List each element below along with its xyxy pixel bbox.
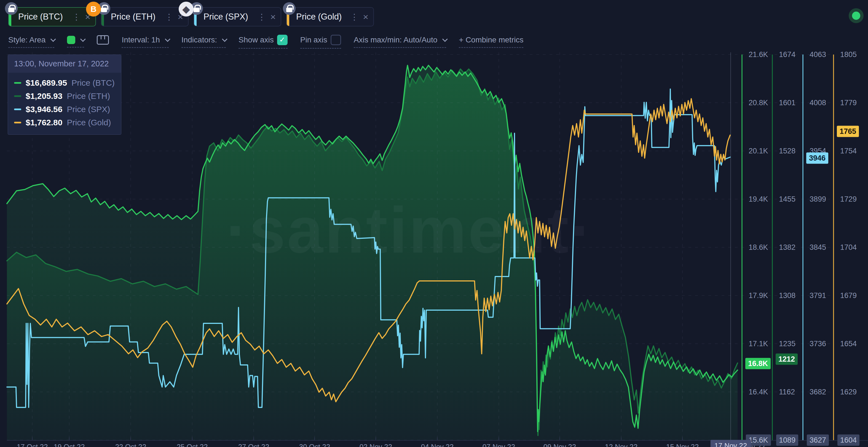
- tab-menu-icon[interactable]: ⋮: [347, 12, 361, 22]
- price-chart-plot[interactable]: [0, 0, 868, 447]
- tooltip-row-btc: $16,689.95 Price (BTC): [14, 78, 115, 88]
- axis-tick-gold: 1779: [840, 99, 857, 107]
- tab-menu-icon[interactable]: ⋮: [69, 12, 83, 22]
- series-color-picker[interactable]: [67, 36, 84, 48]
- tab-price-btc[interactable]: Price (BTC) ⋮ × B: [8, 7, 96, 27]
- x-axis-date: 17 Oct 22: [17, 443, 48, 447]
- axis-tick-eth: 1455: [779, 195, 796, 204]
- pin-axis-toggle[interactable]: Pin axis: [300, 35, 341, 49]
- axis-tick-spx: 3899: [810, 195, 826, 204]
- chevron-down-icon: [165, 36, 170, 42]
- metric-tab-bar: Price (BTC) ⋮ × B Price (ETH) ⋮ × ◆ Pric…: [8, 7, 374, 27]
- tooltip-row-spx: $3,946.56 Price (SPX): [14, 105, 115, 114]
- tab-label: Price (Gold): [296, 12, 342, 22]
- style-dropdown[interactable]: Style: Area: [8, 36, 54, 48]
- ethereum-icon: ◆: [179, 2, 193, 16]
- tooltip-row-eth: $1,205.93 Price (ETH): [14, 92, 115, 101]
- tooltip-body: $16,689.95 Price (BTC) $1,205.93 Price (…: [8, 73, 121, 134]
- tooltip-value: $16,689.95: [26, 78, 67, 88]
- combine-metrics-label: + Combine metrics: [459, 36, 523, 44]
- interval-dropdown[interactable]: Interval: 1h: [122, 36, 169, 48]
- combine-metrics-button[interactable]: + Combine metrics: [459, 36, 523, 48]
- tooltip-timestamp: 13:00, November 17, 2022: [8, 55, 121, 73]
- x-axis-date: 27 Oct 22: [238, 443, 269, 447]
- axis-tick-chip-gold: 1604: [837, 435, 860, 446]
- chevron-down-icon: [222, 36, 227, 42]
- axis-tick-btc: 21.6K: [749, 50, 768, 59]
- show-axis-toggle[interactable]: Show axis ✓: [239, 35, 287, 49]
- tab-menu-icon[interactable]: ⋮: [162, 12, 176, 22]
- tab-menu-icon[interactable]: ⋮: [255, 12, 269, 22]
- status-dot: [852, 11, 860, 20]
- x-axis-date: 15 Nov 22: [666, 443, 699, 447]
- chevron-down-icon: [442, 36, 448, 42]
- axis-tick-spx: 3682: [810, 388, 826, 396]
- tooltip-label: Price (BTC): [71, 78, 115, 88]
- crosshair-tooltip: 13:00, November 17, 2022 $16,689.95 Pric…: [8, 55, 121, 135]
- measure-tool-button[interactable]: [97, 35, 109, 48]
- x-axis-date: 02 Nov 22: [360, 443, 392, 447]
- axis-tick-eth: 1162: [779, 388, 795, 396]
- axis-tick-gold: 1729: [840, 195, 857, 204]
- axis-tick-btc: 17.9K: [749, 291, 768, 300]
- tab-close-icon[interactable]: ×: [269, 11, 281, 22]
- tooltip-row-gold: $1,762.80 Price (Gold): [14, 118, 115, 127]
- tooltip-value: $1,205.93: [26, 92, 62, 101]
- bitcoin-icon: B: [86, 2, 101, 16]
- last-value-badge: 1765: [837, 126, 859, 137]
- axis-tick-spx: 4008: [810, 99, 826, 107]
- axis-tick-spx: 3791: [810, 291, 826, 300]
- axis-tick-eth: 1235: [779, 340, 796, 348]
- santiment-chart-app: Price (BTC) ⋮ × B Price (ETH) ⋮ × ◆ Pric…: [0, 0, 868, 447]
- crosshair-date-chip: 17 Nov 22: [711, 440, 751, 447]
- tab-label: Price (SPX): [204, 12, 248, 22]
- last-value-badge: 16.8K: [745, 358, 771, 369]
- axis-tick-btc: 17.1K: [749, 340, 768, 348]
- x-axis-date: 25 Oct 22: [177, 443, 208, 447]
- color-swatch: [67, 36, 75, 44]
- series-dash-btc: [14, 82, 21, 84]
- ruler-icon: [97, 35, 109, 45]
- last-value-badge: 1212: [776, 354, 798, 365]
- axis-tick-eth: 1308: [779, 291, 796, 300]
- axis-tick-gold: 1704: [840, 243, 857, 252]
- axis-tick-eth: 1382: [779, 243, 796, 252]
- x-axis-date: 12 Nov 22: [605, 443, 638, 447]
- tab-price-spx[interactable]: Price (SPX) ⋮ ×: [193, 7, 281, 27]
- axis-tick-eth: 1528: [779, 147, 796, 155]
- chart-toolbar: Style: Area Interval: 1h Indicators: Sho…: [8, 34, 523, 49]
- tab-price-eth[interactable]: Price (ETH) ⋮ × ◆: [101, 7, 189, 27]
- axis-tick-eth: 1601: [779, 99, 796, 107]
- tooltip-value: $3,946.56: [26, 105, 62, 114]
- axis-tick-spx: 3736: [810, 340, 826, 348]
- pin-axis-label: Pin axis: [300, 36, 327, 44]
- axis-tick-gold: 1754: [840, 147, 857, 155]
- pin-axis-checkbox[interactable]: [331, 35, 341, 45]
- axis-tick-btc: 19.4K: [749, 195, 768, 204]
- style-label: Style: Area: [8, 36, 45, 44]
- tab-close-icon[interactable]: ×: [361, 11, 373, 22]
- axis-tick-btc: 16.4K: [749, 388, 768, 396]
- tooltip-label: Price (SPX): [67, 105, 110, 114]
- axis-tick-gold: 1679: [840, 291, 857, 300]
- x-axis-date: 22 Oct 22: [115, 443, 147, 447]
- tooltip-value: $1,762.80: [26, 118, 62, 127]
- axis-tick-chip-eth: 1089: [776, 435, 798, 446]
- series-dash-eth: [14, 95, 21, 97]
- lock-icon: [283, 2, 296, 15]
- x-axis-date: 04 Nov 22: [421, 443, 454, 447]
- show-axis-checkbox[interactable]: ✓: [277, 35, 287, 45]
- axis-tick-gold: 1629: [840, 388, 857, 396]
- lock-icon: [5, 2, 18, 15]
- indicators-dropdown[interactable]: Indicators:: [181, 36, 226, 48]
- x-axis-date: 30 Oct 22: [299, 443, 330, 447]
- chevron-down-icon: [51, 36, 56, 42]
- axis-tick-eth: 1674: [779, 50, 796, 59]
- x-axis-date: 09 Nov 22: [544, 443, 576, 447]
- axis-maxmin-dropdown[interactable]: Axis max/min: Auto/Auto: [354, 36, 446, 48]
- chart-area[interactable]: ·santiment· 21.6K20.8K20.1K19.4K18.6K17.…: [0, 0, 868, 447]
- axis-tick-spx: 3845: [810, 243, 826, 252]
- x-axis-date: 07 Nov 22: [483, 443, 515, 447]
- tab-price-gold[interactable]: Price (Gold) ⋮ ×: [286, 7, 374, 27]
- axis-tick-btc: 20.8K: [749, 99, 768, 107]
